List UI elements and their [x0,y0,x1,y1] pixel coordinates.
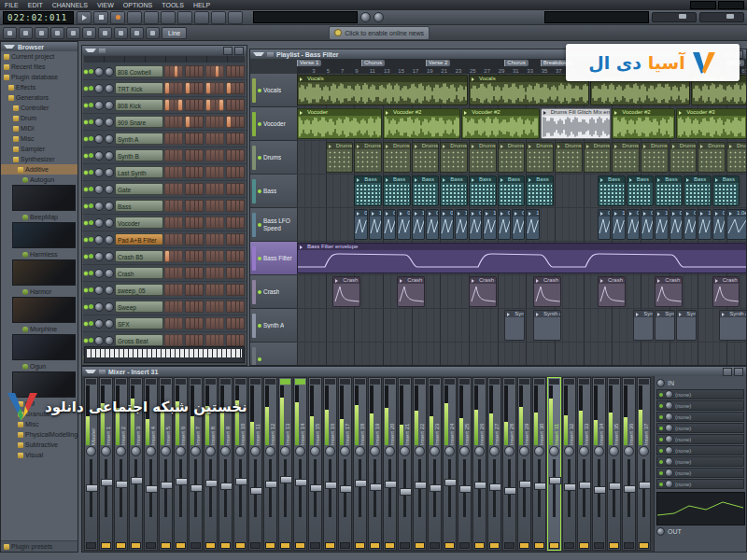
strip-pan-knob[interactable] [146,446,156,456]
strip-pan-knob[interactable] [519,446,529,456]
step-cell[interactable] [186,234,190,245]
metronome-button[interactable] [161,11,176,24]
step-cell[interactable] [219,234,223,245]
strip-fader[interactable] [418,459,421,517]
strip-fader[interactable] [433,459,436,517]
mixer-strip-insert-36[interactable]: Insert 36 [622,377,636,551]
playlist-clip-0-8a[interactable]: 0.8a [627,209,640,240]
step-cell[interactable] [240,234,244,245]
step-cell[interactable] [232,268,235,278]
channel-volume-knob[interactable] [105,84,114,93]
record-button[interactable] [110,11,125,24]
step-cell[interactable] [165,100,169,110]
playlist-clip-0-8e[interactable]: 0.8e [354,209,367,240]
step-cell[interactable] [178,150,182,161]
marker-verse-1[interactable]: Verse 1 [297,60,321,66]
step-cell[interactable] [186,285,190,295]
fader-handle[interactable] [340,485,352,493]
step-cell[interactable] [170,83,174,93]
stop-button[interactable] [93,11,108,24]
track-header-blank[interactable] [250,343,297,365]
step-cell[interactable] [165,201,169,211]
step-cell[interactable] [199,100,203,110]
step-cell[interactable] [178,217,182,228]
step-cell[interactable] [227,251,231,261]
step-cell[interactable] [211,201,215,211]
strip-fader[interactable] [105,459,107,517]
step-cell[interactable] [165,167,169,177]
step-cell[interactable] [186,83,190,93]
strip-pan-knob[interactable] [131,446,141,456]
step-cell[interactable] [190,268,194,278]
channel-pan-knob[interactable] [94,84,104,93]
playlist-clip-synth-a[interactable]: Synth A [655,310,675,341]
step-cell[interactable] [236,217,240,228]
marker-chorus[interactable]: Chorus [361,60,385,66]
strip-record-led[interactable] [355,542,365,549]
step-cell[interactable] [236,150,240,161]
channel-button-gross-beat[interactable]: Gross Beat [115,334,163,346]
strip-fader[interactable] [299,459,302,517]
step-cell[interactable] [227,318,231,329]
step-cell[interactable] [190,251,194,261]
track-mute-led[interactable] [258,156,261,160]
strip-fader[interactable] [403,459,406,517]
browser-item-harmor[interactable]: Harmor [1,287,78,297]
step-edit-button[interactable] [228,11,243,24]
channel-button-last-synth[interactable]: Last Synth [115,166,163,178]
strip-fader[interactable] [523,459,526,517]
step-cell[interactable] [186,251,190,261]
step-cell[interactable] [199,201,203,211]
playlist-clip-synth-a[interactable]: Synth A [504,310,525,341]
step-cell[interactable] [240,117,244,127]
step-cell[interactable] [175,268,178,278]
fx-input-knob[interactable] [656,379,665,387]
step-cell[interactable] [190,234,194,245]
master-volume-slider[interactable] [652,12,697,22]
browser-item-sampler[interactable]: Sampler [1,144,78,154]
strip-record-led[interactable] [489,542,500,549]
strip-record-led[interactable] [325,542,335,549]
mixer-detached-icon[interactable] [734,368,743,376]
step-cell[interactable] [190,301,194,312]
strip-record-led[interactable] [639,542,649,549]
playlist-clip-vocoder-2[interactable]: Vocoder #2 [383,108,460,139]
strip-fader[interactable] [627,459,630,517]
fx-slot-3[interactable]: (none) [656,412,744,422]
channel-mute-light[interactable] [89,338,93,343]
step-cell[interactable] [175,201,178,211]
step-cell[interactable] [236,251,240,261]
playlist-clip-crash-envelope[interactable]: Crash envelope [469,276,497,307]
step-cell[interactable] [216,66,219,77]
step-cell[interactable] [199,117,203,127]
mixer-strip-insert-28[interactable]: Insert 28 [502,377,516,551]
strip-pan-knob[interactable] [340,446,350,456]
step-cell[interactable] [190,285,194,295]
playlist-clip-1-0e[interactable]: 1.0e [655,209,668,240]
step-cell[interactable] [175,133,178,144]
strip-record-led[interactable] [444,542,455,549]
step-cell[interactable] [175,301,178,312]
step-cell[interactable] [199,234,203,245]
plugin-thumbnail[interactable] [12,297,76,323]
step-cell[interactable] [216,150,219,161]
step-cell[interactable] [211,167,215,177]
step-cell[interactable] [178,167,182,177]
strip-record-led[interactable] [534,542,544,549]
step-cell[interactable] [178,201,182,211]
strip-record-led[interactable] [459,542,470,549]
step-cell[interactable] [232,150,235,161]
playlist-clip-drums[interactable]: Drums [526,142,554,173]
strip-record-led[interactable] [474,542,485,549]
pattern-mode-button[interactable] [144,11,159,24]
step-cell[interactable] [165,184,169,194]
strip-record-led[interactable] [295,542,305,549]
step-cell[interactable] [170,234,174,245]
redo-button[interactable] [66,27,80,39]
playlist-clip-0-8e[interactable]: 0.8e [512,209,525,240]
step-cell[interactable] [170,268,174,278]
step-cell[interactable] [240,100,244,110]
strip-fader[interactable] [269,459,272,517]
step-cell[interactable] [186,117,190,127]
track-mute-led[interactable] [258,257,261,260]
